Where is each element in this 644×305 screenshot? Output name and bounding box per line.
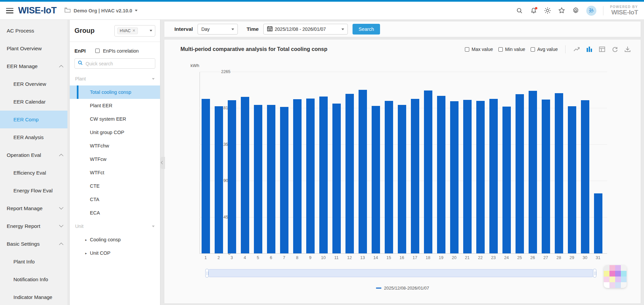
palette-swatch bbox=[604, 277, 609, 282]
enpi-item-unit-cop[interactable]: ▸Unit COP bbox=[70, 246, 160, 260]
sidebar-item-label: Operation Eval bbox=[7, 152, 60, 158]
sidebar-item-basic-settings[interactable]: Basic Settings bbox=[0, 235, 67, 253]
sidebar-item-label: EER Manage bbox=[7, 63, 60, 69]
sidebar-item-label: AC Process bbox=[7, 28, 63, 34]
datazoom-slider[interactable] bbox=[206, 269, 595, 277]
powered-by-brand: WISE-IoT bbox=[610, 9, 638, 16]
panel-collapse-handle[interactable] bbox=[160, 157, 165, 169]
x-tick-label: 23 bbox=[487, 255, 500, 260]
brightness-sun-icon[interactable] bbox=[544, 7, 551, 14]
settings-gear-icon[interactable] bbox=[572, 7, 580, 14]
enpi-item-cta[interactable]: CTA bbox=[70, 193, 160, 206]
time-range-picker[interactable]: 2025/12/08 - 2026/01/07 bbox=[263, 24, 348, 35]
org-selector[interactable]: Demo Org | HVAC v2.10.0 bbox=[64, 7, 138, 14]
enpi-group-label-plant[interactable]: Plant bbox=[70, 72, 160, 85]
table-view-icon[interactable] bbox=[598, 46, 606, 53]
y-axis-line bbox=[200, 72, 200, 253]
bar-day-26 bbox=[529, 91, 537, 253]
bar-day-6 bbox=[267, 105, 275, 253]
group-select[interactable]: HVAC ✕ bbox=[114, 25, 155, 37]
line-chart-icon[interactable] bbox=[573, 46, 580, 53]
min-value-checkbox[interactable] bbox=[498, 47, 503, 52]
chevron-down-icon bbox=[59, 223, 63, 227]
quick-search-input[interactable] bbox=[86, 61, 152, 66]
x-tick-label: 16 bbox=[395, 255, 409, 260]
avg-value-checkbox-item[interactable]: Avg value bbox=[531, 47, 558, 52]
sidebar-item-notification-info[interactable]: Notification Info bbox=[0, 270, 67, 288]
search-button[interactable]: Search bbox=[353, 24, 380, 35]
chart-legend[interactable]: 2025/12/08-2026/01/07 bbox=[164, 286, 641, 291]
bar-chart-icon[interactable] bbox=[586, 46, 593, 53]
sidebar-item-eer-manage[interactable]: EER Manage bbox=[0, 57, 67, 75]
enpi-item-label: CW system EER bbox=[90, 116, 126, 122]
remove-tag-icon[interactable]: ✕ bbox=[132, 28, 135, 33]
sidebar-item-label: EER Analysis bbox=[13, 134, 63, 140]
checkbox-label: Max value bbox=[472, 47, 493, 52]
x-tick-label: 29 bbox=[565, 255, 579, 260]
interval-select[interactable]: Day bbox=[198, 24, 238, 35]
datazoom-right-handle[interactable] bbox=[593, 269, 596, 278]
query-toolbar: Interval Day Time 2025/12/08 - 2026/01/0… bbox=[164, 21, 641, 37]
chevron-up-icon bbox=[59, 65, 63, 69]
enpi-item-total-cooling-consp[interactable]: Total cooling consp bbox=[70, 85, 160, 99]
notification-badge bbox=[535, 7, 537, 9]
sidebar-item-energy-flow-eval[interactable]: Energy Flow Eval bbox=[0, 182, 67, 199]
sidebar-item-eer-comp[interactable]: EER Comp bbox=[0, 111, 67, 128]
main-nav-sidebar: AC ProcessPlant OverviewEER ManageEER Ov… bbox=[0, 20, 67, 305]
plot-area: 0453906135918122265123456789101112131415… bbox=[200, 72, 607, 253]
user-avatar[interactable]: 孙 bbox=[586, 6, 596, 16]
sidebar-item-eer-overview[interactable]: EER Overview bbox=[0, 75, 67, 93]
sidebar-item-energy-report[interactable]: Energy Report bbox=[0, 217, 67, 235]
enpi-item-wtfchw[interactable]: WTFchw bbox=[70, 139, 160, 152]
max-value-checkbox-item[interactable]: Max value bbox=[465, 47, 493, 52]
sidebar-item-plant-overview[interactable]: Plant Overview bbox=[0, 40, 67, 57]
chevron-up-icon bbox=[59, 243, 63, 247]
search-icon[interactable] bbox=[516, 7, 523, 14]
download-icon[interactable] bbox=[624, 46, 631, 53]
sidebar-item-indicator-manage[interactable]: Indicator Manage bbox=[0, 288, 67, 305]
enpis-correlation-checkbox[interactable] bbox=[95, 49, 100, 53]
enpi-group-name: Plant bbox=[75, 76, 86, 81]
expand-triangle-icon[interactable]: ▸ bbox=[85, 238, 87, 242]
chevron-down-icon bbox=[59, 205, 63, 209]
bar-day-28 bbox=[555, 93, 563, 253]
x-tick-label: 8 bbox=[290, 255, 304, 260]
menu-hamburger-icon[interactable] bbox=[6, 8, 13, 13]
enpi-group-label-unit[interactable]: Unit bbox=[70, 220, 160, 233]
bar-day-4 bbox=[241, 97, 249, 253]
avg-value-checkbox[interactable] bbox=[531, 47, 535, 52]
sidebar-item-eer-analysis[interactable]: EER Analysis bbox=[0, 128, 67, 146]
expand-triangle-icon[interactable]: ▸ bbox=[85, 251, 87, 255]
sidebar-item-report-manage[interactable]: Report Manage bbox=[0, 199, 67, 217]
max-value-checkbox[interactable] bbox=[465, 47, 469, 52]
datazoom-left-handle[interactable] bbox=[205, 269, 209, 278]
folder-icon bbox=[64, 7, 71, 14]
sidebar-item-efficiency-eval[interactable]: Efficiency Eval bbox=[0, 164, 67, 182]
enpi-item-wtfcw[interactable]: WTFcw bbox=[70, 152, 160, 166]
checkbox-label: Avg value bbox=[537, 47, 558, 52]
bar-day-29 bbox=[568, 106, 576, 253]
notifications-bell-icon[interactable] bbox=[530, 7, 537, 14]
chevron-down-icon bbox=[152, 226, 155, 227]
sidebar-item-eer-calendar[interactable]: EER Calendar bbox=[0, 93, 67, 111]
sidebar-item-ac-process[interactable]: AC Process bbox=[0, 22, 67, 40]
x-tick-label: 31 bbox=[591, 255, 605, 260]
app-logo: WISE-IoT bbox=[18, 5, 56, 16]
min-value-checkbox-item[interactable]: Min value bbox=[498, 47, 525, 52]
gridline-0 bbox=[200, 253, 607, 254]
refresh-icon[interactable] bbox=[611, 46, 619, 53]
enpi-item-cw-system-eer[interactable]: CW system EER bbox=[70, 112, 160, 126]
favorite-star-icon[interactable] bbox=[558, 7, 566, 14]
enpi-item-cooling-consp[interactable]: ▸Cooling consp bbox=[70, 233, 160, 246]
enpi-item-label: Unit group COP bbox=[90, 130, 124, 135]
enpi-item-plant-eer[interactable]: Plant EER bbox=[70, 99, 160, 112]
enpi-item-cte[interactable]: CTE bbox=[70, 179, 160, 193]
sidebar-item-plant-info[interactable]: Plant Info bbox=[0, 253, 67, 270]
enpi-item-unit-group-cop[interactable]: Unit group COP bbox=[70, 126, 160, 139]
enpi-section-label: EnPI bbox=[74, 48, 92, 54]
theme-palette-button[interactable] bbox=[604, 265, 627, 288]
app-window: WISE-IoT Demo Org | HVAC v2.10.0 bbox=[0, 0, 644, 305]
enpi-item-wtfct[interactable]: WTFct bbox=[70, 166, 160, 179]
sidebar-item-operation-eval[interactable]: Operation Eval bbox=[0, 146, 67, 164]
enpi-item-eca[interactable]: ECA bbox=[70, 206, 160, 220]
